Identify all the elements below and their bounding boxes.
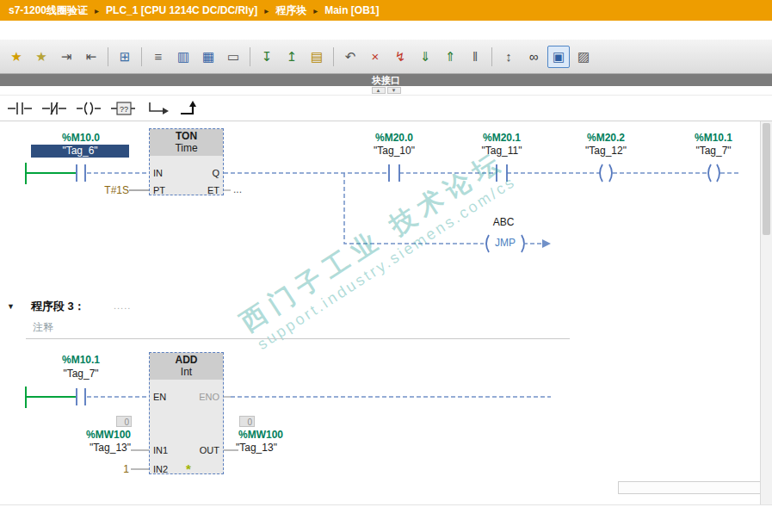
- pin-out[interactable]: OUT: [200, 445, 219, 456]
- contact-tag11-icon[interactable]: [497, 164, 507, 182]
- network3-collapse-icon[interactable]: ▼: [7, 302, 15, 311]
- pin-q[interactable]: Q: [212, 168, 219, 179]
- in2-constant-value[interactable]: 1: [84, 463, 129, 475]
- monitor-glasses-icon[interactable]: ∞: [522, 46, 545, 68]
- stop-cpu-icon[interactable]: ‖: [464, 46, 486, 68]
- insert-input-icon[interactable]: ↧: [256, 46, 278, 68]
- scrollbar-thumb[interactable]: [763, 123, 770, 235]
- toggle-view-icon[interactable]: ▦: [197, 46, 219, 68]
- operand-display-icon[interactable]: ↕: [497, 46, 520, 68]
- breadcrumb-separator-icon: ▸: [264, 6, 269, 15]
- go-offline-icon[interactable]: ↯: [389, 46, 411, 68]
- breadcrumb-main-ob1[interactable]: Main [OB1]: [324, 4, 379, 16]
- operand-address[interactable]: %MW100: [238, 429, 337, 441]
- operand-tag[interactable]: "Tag_7": [666, 145, 761, 158]
- favorite-close-branch-button[interactable]: [176, 97, 207, 120]
- pin-in[interactable]: IN: [153, 168, 163, 179]
- svg-text:??: ??: [120, 104, 128, 113]
- breadcrumb-program-blocks[interactable]: 程序块: [275, 3, 306, 18]
- close-branch-toolbar-icon[interactable]: ⇤: [80, 46, 102, 68]
- operand-tag[interactable]: "Tag_11": [454, 145, 549, 158]
- nc-contact-icon: [41, 100, 67, 117]
- block-type[interactable]: Time: [150, 142, 223, 154]
- toolbar-separator: [250, 47, 250, 66]
- insert-output-icon[interactable]: ↥: [281, 46, 303, 68]
- pin-in1[interactable]: IN1: [153, 445, 168, 456]
- pin-en[interactable]: EN: [153, 392, 166, 403]
- pin-et[interactable]: ET: [207, 185, 219, 196]
- monitor-toggle-icon[interactable]: ▣: [547, 46, 570, 68]
- et-unassigned-value[interactable]: ...: [233, 183, 254, 195]
- monitor-value-in1: 0: [116, 416, 132, 427]
- pt-constant-value[interactable]: T#1S: [84, 184, 129, 196]
- network3-title-placeholder[interactable]: .....: [114, 300, 131, 311]
- operand-tag[interactable]: "Tag_10": [347, 145, 442, 158]
- undo-icon[interactable]: ↶: [339, 46, 361, 68]
- favorite-coil-button[interactable]: [73, 97, 104, 120]
- operand-address[interactable]: %M20.2: [559, 132, 653, 144]
- pin-pt[interactable]: PT: [153, 185, 165, 196]
- operand-tag[interactable]: "Tag_13": [33, 442, 131, 455]
- breadcrumb-plc[interactable]: PLC_1 [CPU 1214C DC/DC/Rly]: [106, 4, 257, 16]
- contact-tag10-icon[interactable]: [389, 164, 399, 182]
- network-comment-icon[interactable]: ▭: [222, 46, 244, 68]
- ton-timer-block[interactable]: TON Time IN PT Q ET: [149, 128, 224, 195]
- jmp-instruction[interactable]: JMP: [489, 238, 522, 249]
- operand-tag[interactable]: "Tag_7": [38, 368, 124, 380]
- operand-address[interactable]: %M10.0: [38, 132, 124, 144]
- monitor-value-out: 0: [239, 416, 255, 427]
- ladder-editor-canvas: 西门子工业 技术论坛 support.industry.siemens.com/…: [0, 121, 772, 505]
- pin-eno[interactable]: ENO: [199, 392, 219, 403]
- align-icon[interactable]: ≡: [147, 46, 170, 68]
- insert-empty-box-icon[interactable]: ★: [30, 46, 52, 68]
- breadcrumb-separator-icon: ▸: [313, 6, 318, 15]
- toolbar-separator: [141, 47, 142, 66]
- expand-networks-icon[interactable]: ▤: [306, 46, 328, 68]
- operand-tag[interactable]: "Tag_13": [236, 442, 334, 455]
- open-branch-toolbar-icon[interactable]: ⇥: [55, 46, 77, 68]
- breadcrumb-separator-icon: ▸: [95, 6, 99, 15]
- block-interface-bar[interactable]: 块接口: [0, 74, 772, 86]
- download-icon[interactable]: ⇓: [414, 46, 436, 68]
- block-title: TON: [150, 130, 223, 142]
- vertical-scrollbar[interactable]: [760, 121, 772, 504]
- bottom-whitespace: [0, 505, 772, 532]
- insert-box-icon[interactable]: ⊞: [114, 46, 136, 68]
- branch-wire-jmp[interactable]: [344, 173, 484, 244]
- block-type[interactable]: Int: [150, 366, 223, 378]
- breadcrumb-project[interactable]: s7-1200线圈验证: [9, 3, 88, 18]
- upload-icon[interactable]: ⇑: [439, 46, 461, 68]
- coil-tag12-icon[interactable]: [600, 164, 612, 182]
- operand-address[interactable]: %M20.0: [347, 132, 442, 144]
- coil-tag7-icon[interactable]: [708, 164, 720, 182]
- comment-divider: [26, 338, 570, 339]
- collapse-interface-grip[interactable]: ▼: [387, 87, 401, 94]
- power-rail-wire-net3[interactable]: [26, 387, 76, 408]
- pin-in2[interactable]: IN2: [153, 464, 168, 475]
- operand-address[interactable]: %M20.1: [454, 132, 549, 144]
- contact-tag7-net3-icon[interactable]: [77, 388, 85, 405]
- add-int-block[interactable]: ADD Int EN ENO IN1 OUT IN2 *: [149, 352, 224, 474]
- cancel-connection-icon[interactable]: ×: [364, 46, 386, 68]
- favorite-no-contact-button[interactable]: [4, 97, 35, 120]
- add-input-star-icon[interactable]: *: [186, 462, 191, 475]
- operand-address[interactable]: %M10.1: [666, 132, 761, 144]
- operand-tag-selected[interactable]: "Tag_6": [31, 145, 129, 158]
- open-branch-icon: [145, 100, 170, 117]
- favorite-open-branch-button[interactable]: [142, 97, 173, 120]
- expand-interface-grip[interactable]: ▲: [372, 87, 386, 94]
- favorite-nc-contact-button[interactable]: [39, 97, 70, 120]
- operand-address[interactable]: %M10.1: [38, 354, 124, 366]
- power-rail-wire-net2[interactable]: [26, 163, 76, 184]
- network3-comment[interactable]: 注释: [33, 320, 53, 335]
- contact-tag6-icon[interactable]: [77, 164, 85, 182]
- jump-label-name[interactable]: ABC: [456, 216, 551, 229]
- operand-address[interactable]: %MW100: [33, 429, 131, 441]
- ton-block-header: TON Time: [150, 129, 223, 156]
- split-editor-icon[interactable]: ▥: [172, 46, 195, 68]
- program-status-icon[interactable]: ▨: [572, 46, 595, 68]
- insert-network-icon[interactable]: ★: [5, 46, 28, 68]
- favorite-empty-box-button[interactable]: ??: [108, 97, 139, 120]
- operand-tag[interactable]: "Tag_12": [559, 145, 653, 158]
- network3-title[interactable]: 程序段 3：: [31, 299, 85, 314]
